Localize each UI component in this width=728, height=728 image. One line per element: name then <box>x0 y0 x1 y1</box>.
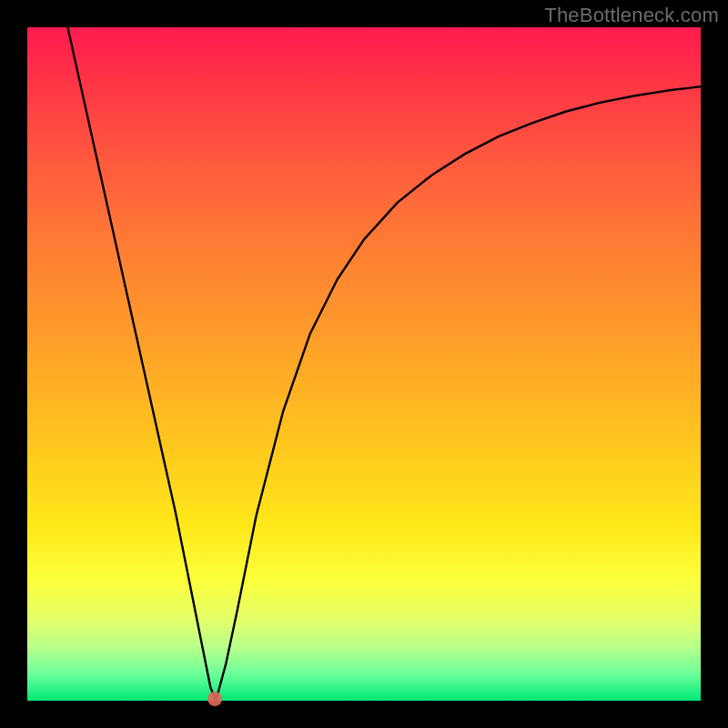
optimal-point-marker <box>207 692 222 706</box>
bottleneck-curve <box>27 27 701 701</box>
plot-area <box>27 27 701 701</box>
chart-frame: TheBottleneck.com <box>0 0 728 728</box>
watermark-text: TheBottleneck.com <box>544 4 719 27</box>
